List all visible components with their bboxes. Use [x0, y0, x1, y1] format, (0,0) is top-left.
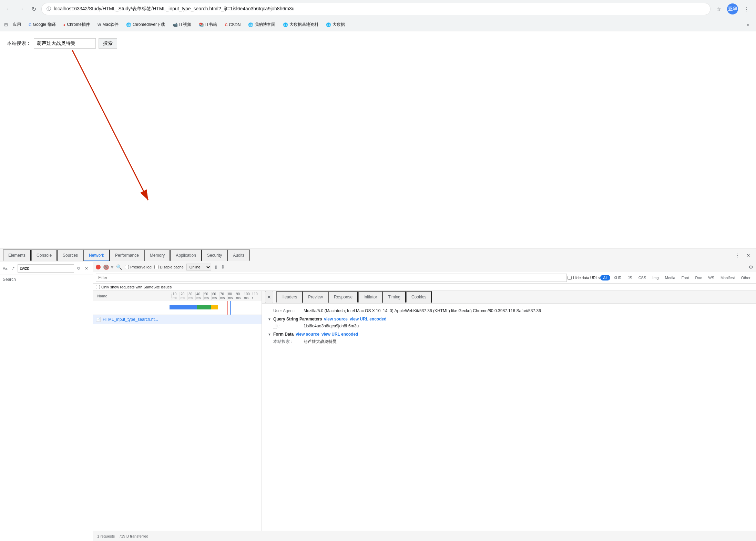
devtools-panel: Elements Console Sources Network Perform…: [0, 248, 756, 541]
view-source-link[interactable]: view source: [324, 317, 348, 321]
form-view-source-link[interactable]: view source: [296, 332, 319, 337]
chrome-menu-button[interactable]: ⋮: [741, 3, 752, 14]
timeline-bar: [170, 305, 218, 309]
filter-js-button[interactable]: JS: [625, 275, 635, 280]
preserve-log-checkbox[interactable]: [125, 265, 129, 269]
bookmark-star-button[interactable]: ☆: [713, 3, 724, 14]
bookmark-item-it-books[interactable]: 📚 IT书籍: [195, 20, 221, 29]
status-transferred: 719 B transferred: [119, 534, 148, 538]
bookmark-item-chrome-plugins[interactable]: ● Chrome插件: [60, 20, 93, 29]
filter-media-button[interactable]: Media: [662, 275, 678, 280]
detail-tab-preview[interactable]: Preview: [303, 291, 328, 303]
bar-segment-yellow: [211, 305, 218, 309]
request-details-panel: ✕ Headers Preview Response Initiator Tim…: [262, 291, 756, 531]
detail-tab-headers[interactable]: Headers: [276, 291, 303, 303]
timeline-ticks: 10 ms 20 ms 30 ms 40 ms 50 ms 60 ms 70 m…: [172, 292, 259, 300]
tab-console[interactable]: Console: [31, 249, 57, 261]
filter-icon[interactable]: ▿: [111, 264, 113, 270]
hide-data-urls-checkbox[interactable]: [568, 276, 572, 280]
profile-button[interactable]: 亚华: [727, 3, 738, 14]
disable-cache-checkbox-label[interactable]: Disable cache: [154, 265, 184, 269]
filter-manifest-button[interactable]: Manifest: [718, 275, 738, 280]
detail-tab-initiator[interactable]: Initiator: [358, 291, 382, 303]
bookmark-item-google-translate[interactable]: G Google 翻译: [25, 20, 59, 29]
refresh-search-button[interactable]: ↻: [75, 265, 82, 272]
export-button[interactable]: ⇩: [221, 264, 225, 270]
devtools-more-button[interactable]: ⋮: [733, 251, 742, 260]
samesite-checkbox-label[interactable]: Only show requests with SameSite issues: [96, 285, 172, 289]
search-submit-button[interactable]: 搜索: [99, 38, 117, 49]
file-icon: 📄: [96, 317, 101, 322]
network-settings-button[interactable]: ⚙: [749, 264, 753, 270]
filter-img-button[interactable]: Img: [650, 275, 661, 280]
form-data-header[interactable]: ▼ Form Data view source view URL encoded: [268, 332, 750, 337]
search-network-icon[interactable]: 🔍: [116, 264, 122, 270]
tick-20ms: 20 ms: [180, 292, 187, 300]
reload-button[interactable]: ↻: [29, 4, 39, 14]
throttle-select[interactable]: Online Offline Slow 3G Fast 3G: [186, 264, 211, 270]
filter-ws-button[interactable]: WS: [705, 275, 717, 280]
bar-segment-green: [197, 305, 211, 309]
filter-input[interactable]: [96, 274, 567, 282]
book-icon: 📚: [199, 22, 204, 27]
tab-security[interactable]: Security: [202, 249, 227, 261]
tab-network[interactable]: Network: [83, 249, 110, 261]
name-column-header: Name: [96, 294, 172, 298]
devtools-close-button[interactable]: ✕: [744, 251, 753, 260]
record-button[interactable]: [96, 265, 101, 269]
user-agent-key: User Agent:: [273, 308, 301, 313]
google-icon: G: [29, 23, 32, 27]
bookmark-item-mac-software[interactable]: W Mac软件: [94, 20, 122, 29]
hide-data-urls-label[interactable]: Hide data URLs: [568, 276, 600, 280]
regex-button[interactable]: .*: [10, 265, 16, 272]
filter-other-button[interactable]: Other: [738, 275, 753, 280]
bookmark-item-apps[interactable]: 应用: [9, 20, 24, 29]
bookmark-label: CSDN: [229, 22, 241, 27]
preserve-log-checkbox-label[interactable]: Preserve log: [125, 265, 152, 269]
file-row[interactable]: 📄 HTML_input_type_search.ht...: [93, 315, 262, 324]
tick-100ms: 100 ms: [243, 292, 251, 300]
close-detail-button[interactable]: ✕: [265, 291, 273, 303]
detail-tabs: ✕ Headers Preview Response Initiator Tim…: [262, 291, 756, 304]
view-url-encoded-link[interactable]: view URL encoded: [350, 317, 386, 321]
filter-font-button[interactable]: Font: [679, 275, 692, 280]
detail-tab-response[interactable]: Response: [328, 291, 358, 303]
file-type-icon: 📄: [96, 318, 100, 321]
filter-all-button[interactable]: All: [600, 275, 610, 280]
filter-css-button[interactable]: CSS: [636, 275, 649, 280]
apps-icon[interactable]: ⊞: [4, 22, 8, 27]
forward-button[interactable]: →: [17, 4, 26, 14]
tab-memory[interactable]: Memory: [144, 249, 170, 261]
tab-elements[interactable]: Elements: [3, 249, 31, 261]
tab-audits[interactable]: Audits: [227, 249, 250, 261]
cancel-search-button[interactable]: ✕: [83, 265, 90, 272]
filter-doc-button[interactable]: Doc: [693, 275, 705, 280]
back-button[interactable]: ←: [4, 4, 14, 14]
tab-sources[interactable]: Sources: [57, 249, 83, 261]
page-content-area: 本站搜索： 搜索: [0, 31, 756, 235]
detail-tab-timing[interactable]: Timing: [382, 291, 406, 303]
bookmark-item-chromedriver[interactable]: 🌐 chromedriver下载: [123, 20, 168, 29]
bookmark-item-it-video[interactable]: 📹 IT视频: [169, 20, 195, 29]
bookmark-item-bigdata2[interactable]: 🌐 大数据: [323, 20, 348, 29]
samesite-checkbox[interactable]: [96, 285, 100, 289]
form-data-section: ▼ Form Data view source view URL encoded…: [268, 332, 750, 345]
import-button[interactable]: ⇧: [214, 264, 218, 270]
more-bookmarks-button[interactable]: »: [744, 21, 752, 29]
search-sidebar-input[interactable]: [18, 264, 74, 273]
query-string-header[interactable]: ▼ Query String Parameters view source vi…: [268, 317, 750, 321]
detail-tab-cookies[interactable]: Cookies: [406, 291, 432, 303]
tab-performance[interactable]: Performance: [110, 249, 144, 261]
bookmark-item-blog[interactable]: 🌐 我的博客园: [245, 20, 279, 29]
url-text: localhost:63342/Study/HTML_Study/表单标签/HT…: [54, 6, 705, 12]
disable-cache-checkbox[interactable]: [154, 265, 159, 269]
tab-application[interactable]: Application: [170, 249, 202, 261]
bookmark-item-csdn[interactable]: C CSDN: [221, 21, 244, 29]
filter-xhr-button[interactable]: XHR: [611, 275, 624, 280]
search-input[interactable]: [34, 38, 96, 49]
lock-icon: ⓘ: [47, 6, 51, 12]
form-view-url-encoded-link[interactable]: view URL encoded: [321, 332, 358, 337]
bookmark-item-bigdata[interactable]: 🌐 大数据基地资料: [279, 20, 322, 29]
address-bar[interactable]: ⓘ localhost:63342/Study/HTML_Study/表单标签/…: [41, 3, 711, 15]
stop-button[interactable]: 🚫: [103, 265, 108, 269]
